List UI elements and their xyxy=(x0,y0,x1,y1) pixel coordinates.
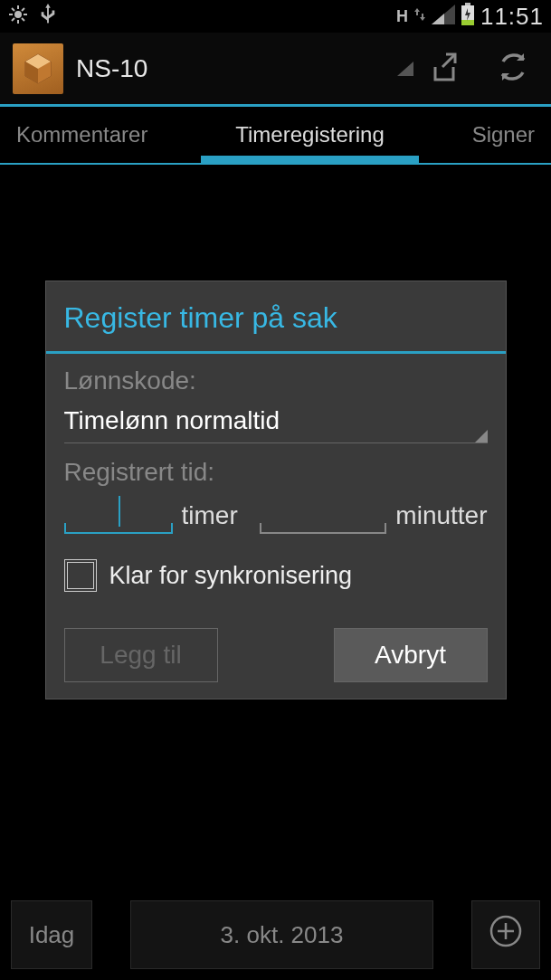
tab-label: Kommentarer xyxy=(16,122,147,147)
wagecode-label: Lønnskode: xyxy=(64,366,488,395)
checkbox-icon[interactable] xyxy=(64,559,97,592)
data-arrows-icon xyxy=(413,6,426,26)
add-button[interactable] xyxy=(471,900,540,969)
sync-ready-checkbox-row[interactable]: Klar for synkronisering xyxy=(64,559,488,592)
tab-comments[interactable]: Kommentarer xyxy=(0,107,201,163)
gps-icon xyxy=(7,4,29,29)
minutes-input[interactable] xyxy=(260,492,386,534)
svg-rect-11 xyxy=(461,20,474,25)
status-bar: H 11:51 xyxy=(0,0,551,33)
app-icon[interactable] xyxy=(13,43,63,94)
registered-time-label: Registrert tid: xyxy=(64,458,488,487)
plus-icon xyxy=(488,913,524,957)
share-icon[interactable] xyxy=(426,49,462,89)
wagecode-value: Timelønn normaltid xyxy=(64,406,488,435)
tab-label: Signer xyxy=(472,122,535,147)
signal-icon xyxy=(432,5,455,28)
svg-point-0 xyxy=(15,12,21,17)
minutes-unit-label: minutter xyxy=(395,501,487,530)
action-bar: NS-10 xyxy=(0,33,551,107)
wagecode-dropdown[interactable]: Timelønn normaltid xyxy=(64,401,488,443)
date-label: 3. okt. 2013 xyxy=(221,921,344,949)
text-cursor xyxy=(119,496,120,527)
dropdown-triangle-icon xyxy=(475,430,488,442)
tab-timeregistration[interactable]: Timeregistering xyxy=(201,107,419,163)
clock: 11:51 xyxy=(480,3,544,31)
today-label: Idag xyxy=(29,921,75,949)
bottom-bar: Idag 3. okt. 2013 xyxy=(0,890,551,980)
add-button-label: Legg til xyxy=(100,641,181,670)
hours-input[interactable] xyxy=(64,492,173,534)
add-button: Legg til xyxy=(64,628,218,682)
dialog-title: Register timer på sak xyxy=(46,281,506,351)
today-button[interactable]: Idag xyxy=(11,900,92,969)
network-type-label: H xyxy=(396,7,408,26)
dropdown-indicator-icon xyxy=(397,62,413,80)
refresh-icon[interactable] xyxy=(495,49,531,89)
svg-line-5 xyxy=(12,8,14,11)
svg-line-7 xyxy=(22,8,24,11)
register-time-dialog: Register timer på sak Lønnskode: Timeløn… xyxy=(45,281,507,699)
usb-icon xyxy=(38,2,58,31)
svg-rect-9 xyxy=(465,3,470,5)
battery-charging-icon xyxy=(461,3,475,30)
svg-line-8 xyxy=(12,18,14,21)
tab-sign[interactable]: Signer xyxy=(419,107,551,163)
cancel-button-label: Avbryt xyxy=(375,641,446,670)
cancel-button[interactable]: Avbryt xyxy=(334,628,488,682)
date-button[interactable]: 3. okt. 2013 xyxy=(130,900,433,969)
svg-line-6 xyxy=(22,18,24,21)
hours-unit-label: timer xyxy=(182,501,238,530)
sync-ready-label: Klar for synkronisering xyxy=(109,562,353,590)
tab-bar: Kommentarer Timeregistering Signer xyxy=(0,107,551,165)
tab-label: Timeregistering xyxy=(235,122,385,147)
